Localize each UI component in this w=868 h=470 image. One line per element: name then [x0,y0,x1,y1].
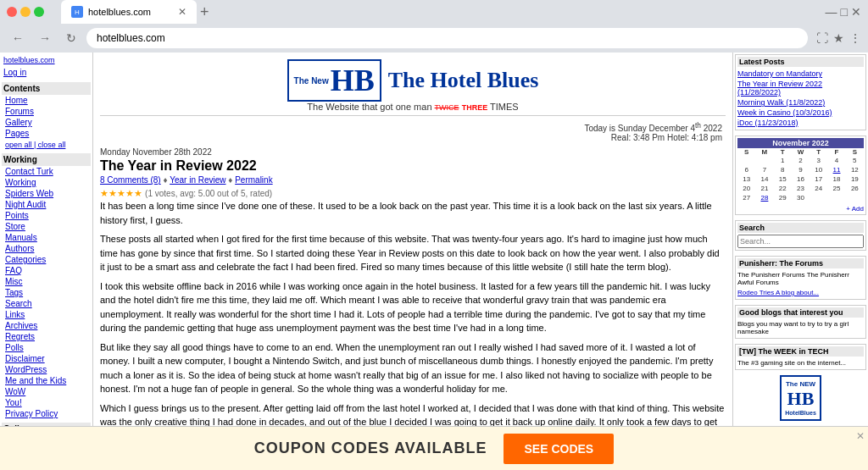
address-bar-input[interactable] [86,28,808,48]
sidebar-home[interactable]: Home [5,96,28,105]
new-tab-button[interactable]: + [200,3,209,21]
post1-body: It has been a long time since I've done … [100,199,726,442]
minimize-icon[interactable]: — [826,5,837,19]
post1-rating: ★★★★★ (1 votes, avg: 5.00 out of 5, rate… [100,188,726,199]
sidebar-contents-title: Contents [2,82,91,95]
sidebar-open-close-all[interactable]: open all | close all [5,141,65,149]
tab-close-button[interactable]: ✕ [178,6,186,18]
sidebar-wordpress[interactable]: WordPress [5,365,47,374]
sidebar-night-audit[interactable]: Night Audit [5,200,46,209]
site-header: The New HB The Hotel Blues The Website t… [100,56,726,116]
sidebar-contact-turk[interactable]: Contact Turk [5,167,53,176]
sidebar-working[interactable]: Working [5,178,36,187]
post1-p3: I took this website offline back in 2016… [100,279,726,335]
rs-post3[interactable]: Morning Walk (11/8/2022) [737,98,825,107]
window-max-button[interactable] [34,7,44,17]
sidebar-disclaimer[interactable]: Disclaimer [5,354,45,363]
post1-p1: It has been a long time since I've done … [100,199,726,227]
header-top: The New HB The Hotel Blues [100,59,726,102]
hb-small-new: The NEW [786,380,815,388]
sidebar-privacy[interactable]: Privacy Policy [5,409,58,418]
sidebar-gallery[interactable]: Gallery [5,118,32,127]
rs-latest-title: Latest Posts [737,57,864,67]
cal-day-f: F [827,148,845,156]
sidebar-misc[interactable]: Misc [5,277,23,286]
sidebar-tags[interactable]: Tags [5,288,23,297]
post1-rating-text: (1 votes, avg: 5.00 out of 5, rated) [145,189,272,198]
sidebar-manuals[interactable]: Manuals [5,233,37,242]
sidebar-store[interactable]: Store [5,222,25,231]
sidebar-faq[interactable]: FAQ [5,266,22,275]
login-section: Log in [2,66,91,79]
rs-punisherr-link[interactable]: Rodeo Tries A blog about... [737,289,819,296]
cal-day-t2: T [810,148,827,156]
rs-good-blogs-title: Good blogs that interest you [737,307,864,318]
forward-button[interactable]: → [34,30,56,47]
post1-meta: 8 Comments (8) ♦ Year in Review ♦ Permal… [100,175,726,185]
today-date: Today is Sunday December 4th 2022 [584,124,722,133]
rs-search-title: Search [737,223,864,233]
logo-hb-text: HB [331,63,375,98]
login-link[interactable]: Log in [3,68,26,77]
sidebar-pages[interactable]: Pages [5,129,29,138]
ad-close-icon[interactable]: ✕ [856,430,865,442]
cal-link-11[interactable]: 11 [833,166,841,174]
rs-tech: [TW] The WEEK in TECH The #3 gaming site… [735,344,866,370]
sidebar-polls[interactable]: Polls [5,343,24,352]
date-info: Today is Sunday December 4th 2022 Real: … [100,119,726,144]
see-codes-button[interactable]: SEE CODES [504,434,614,464]
post1-stars: ★★★★★ [100,188,142,198]
sidebar-regrets[interactable]: Regrets [5,332,35,341]
settings-icon[interactable]: ⋮ [849,31,861,45]
real-time: Real: 3:48 Pm Hotel: 4:18 pm [611,133,722,142]
post1-permalink[interactable]: Permalink [235,175,272,185]
sidebar-archives[interactable]: Archives [5,321,37,330]
ad-banner: ✕ COUPON CODES AVAILABLE SEE CODES [0,426,868,470]
cal-add-link[interactable]: + Add [846,205,864,213]
cal-header: November 2022 [737,138,864,148]
extensions-icon: ⛶ [816,31,828,45]
hb-small-hb: HB [787,388,815,410]
maximize-icon[interactable]: □ [841,5,848,19]
post1-comments[interactable]: 8 Comments (8) [100,175,161,185]
rs-post1[interactable]: Mandatory on Mandatory [737,69,822,78]
sidebar-links[interactable]: Links [5,310,25,319]
rs-calendar: November 2022 S M T W T F S 12345 678910… [735,135,866,215]
sidebar-authors[interactable]: Authors [5,244,34,253]
rs-post4[interactable]: Week in Casino (10/3/2016) [737,108,832,117]
cal-cell [737,156,755,165]
rs-post2[interactable]: The Year in Review 2022 (11/28/2022) [737,80,822,97]
cal-link-28[interactable]: 28 [760,194,768,202]
sidebar-points[interactable]: Points [5,211,29,220]
sidebar-you[interactable]: You! [5,398,22,407]
rs-punisherr-title: Punisherr: The Forums [737,258,864,268]
rs-tech-desc: The #3 gaming site on the internet... [737,358,864,368]
cal-day-s1: S [737,148,755,156]
back-button[interactable]: ← [7,30,29,47]
cal-day-t1: T [774,148,792,156]
sidebar-wow[interactable]: WoW [5,387,25,396]
bookmark-icon[interactable]: ★ [833,31,844,45]
rs-post5[interactable]: iDoc (11/23/2018) [737,119,798,127]
rs-search: Search [735,220,866,251]
right-sidebar: Latest Posts Mandatory on Mandatory The … [732,53,868,442]
sidebar-search[interactable]: Search [5,299,32,308]
sidebar-logo[interactable]: hotelblues.com [2,54,91,66]
rs-tech-title: [TW] The WEEK in TECH [737,346,864,357]
sidebar-spiders-web[interactable]: Spiders Web [5,189,53,198]
sidebar-forums[interactable]: Forums [5,107,34,116]
close-window-icon[interactable]: ✕ [851,5,861,19]
window-close-button[interactable] [7,7,17,17]
header-tagline: The Website that got one man TWICE THREE… [100,102,726,112]
post1-p4: But like they say all good things have t… [100,340,726,396]
window-min-button[interactable] [20,7,31,17]
rs-search-input[interactable] [737,235,864,248]
post1-section[interactable]: Year in Review [170,175,225,185]
sidebar-categories[interactable]: Categories [5,255,46,264]
refresh-button[interactable]: ↻ [61,30,81,47]
left-sidebar: hotelblues.com Log in Contents Home Foru… [0,53,93,442]
sidebar-me-kids[interactable]: Me and the Kids [5,376,66,385]
browser-tab[interactable]: H hotelblues.com ✕ [61,0,197,24]
header-title: The Hotel Blues [388,68,539,93]
rs-hb-logo-small: The NEW HB HotelBlues [735,375,866,421]
